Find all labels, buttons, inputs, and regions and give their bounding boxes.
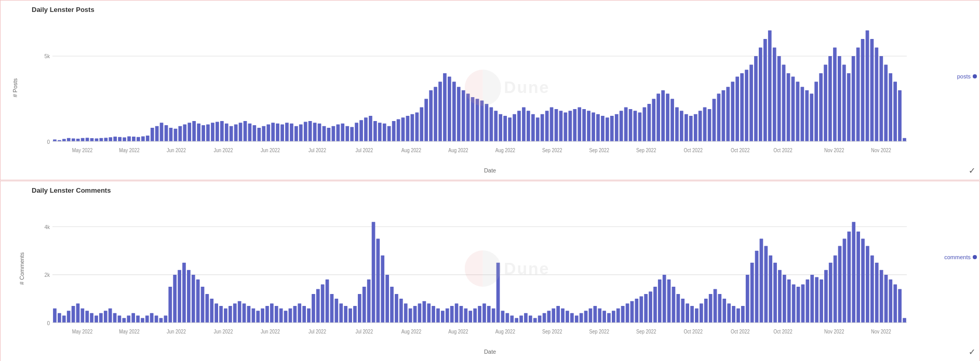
- svg-rect-149: [726, 87, 730, 141]
- svg-text:Aug 2022: Aug 2022: [495, 147, 515, 153]
- svg-rect-218: [76, 303, 80, 323]
- svg-rect-243: [192, 275, 195, 323]
- svg-rect-102: [508, 117, 512, 141]
- svg-rect-164: [796, 82, 800, 141]
- svg-rect-256: [252, 309, 256, 323]
- svg-rect-24: [146, 136, 150, 142]
- svg-rect-107: [531, 114, 535, 142]
- posts-chevron-icon[interactable]: ✓: [969, 166, 975, 176]
- svg-rect-180: [870, 39, 874, 141]
- svg-text:Oct 2022: Oct 2022: [773, 147, 792, 153]
- svg-rect-28: [165, 125, 168, 141]
- svg-rect-230: [131, 313, 135, 323]
- svg-rect-165: [801, 87, 804, 141]
- svg-rect-67: [345, 126, 349, 142]
- svg-rect-277: [348, 309, 352, 323]
- svg-rect-4: [53, 139, 57, 141]
- svg-rect-320: [547, 311, 551, 323]
- svg-rect-35: [197, 124, 200, 142]
- comments-chart-container: Daily Lenster Comments # Comments Date c…: [0, 181, 980, 361]
- svg-rect-380: [824, 270, 828, 323]
- svg-rect-259: [265, 306, 269, 323]
- svg-rect-62: [323, 126, 326, 142]
- svg-rect-298: [446, 309, 449, 323]
- svg-rect-215: [62, 315, 66, 323]
- svg-rect-388: [861, 239, 865, 323]
- svg-rect-150: [731, 82, 734, 141]
- svg-rect-139: [680, 111, 683, 141]
- svg-rect-10: [81, 138, 85, 142]
- svg-rect-375: [801, 284, 805, 323]
- svg-rect-317: [533, 318, 537, 323]
- svg-rect-132: [648, 104, 651, 141]
- svg-text:2k: 2k: [44, 272, 50, 278]
- svg-rect-385: [848, 232, 851, 323]
- svg-rect-120: [592, 112, 595, 141]
- svg-rect-221: [90, 313, 93, 323]
- svg-rect-214: [58, 313, 61, 323]
- svg-rect-78: [397, 119, 400, 142]
- svg-rect-29: [169, 128, 173, 141]
- svg-rect-125: [615, 114, 619, 142]
- svg-rect-310: [501, 311, 505, 323]
- svg-rect-334: [612, 311, 615, 323]
- svg-rect-173: [838, 56, 841, 141]
- svg-rect-131: [643, 108, 647, 142]
- svg-rect-77: [392, 121, 396, 141]
- svg-rect-36: [202, 125, 205, 141]
- svg-rect-281: [367, 279, 371, 323]
- comments-x-axis-label: Date: [484, 349, 496, 355]
- comments-legend-label: comments: [944, 254, 971, 260]
- svg-rect-390: [870, 256, 874, 323]
- svg-rect-363: [746, 275, 749, 323]
- svg-rect-60: [313, 123, 317, 141]
- svg-rect-87: [438, 82, 442, 141]
- svg-rect-156: [759, 48, 762, 142]
- comments-y-axis-label: # Comments: [19, 252, 25, 285]
- svg-rect-283: [377, 239, 380, 323]
- svg-rect-264: [289, 309, 292, 323]
- svg-rect-66: [341, 124, 344, 142]
- svg-rect-353: [700, 303, 703, 323]
- svg-rect-366: [760, 239, 763, 323]
- svg-rect-39: [216, 122, 219, 142]
- svg-rect-148: [722, 90, 726, 142]
- svg-text:Jul 2022: Jul 2022: [355, 328, 373, 335]
- svg-rect-318: [538, 315, 542, 323]
- svg-rect-27: [160, 123, 164, 141]
- svg-rect-38: [211, 123, 214, 141]
- svg-rect-248: [214, 303, 218, 323]
- svg-rect-290: [409, 309, 412, 323]
- svg-rect-362: [741, 306, 745, 323]
- svg-rect-143: [699, 111, 702, 141]
- svg-rect-300: [455, 303, 459, 323]
- svg-rect-282: [372, 222, 375, 323]
- svg-rect-83: [420, 108, 423, 142]
- svg-rect-372: [787, 279, 791, 323]
- svg-rect-295: [432, 306, 435, 323]
- svg-rect-391: [875, 263, 879, 323]
- svg-rect-160: [777, 56, 781, 141]
- svg-rect-332: [602, 311, 606, 323]
- svg-rect-249: [219, 306, 223, 323]
- svg-rect-171: [828, 56, 832, 141]
- svg-rect-90: [452, 82, 456, 141]
- svg-rect-88: [443, 73, 447, 141]
- svg-rect-181: [875, 48, 879, 142]
- svg-rect-384: [843, 239, 847, 323]
- svg-rect-351: [690, 306, 694, 323]
- svg-rect-99: [494, 111, 498, 141]
- posts-legend-dot: [973, 74, 977, 78]
- svg-rect-34: [192, 121, 196, 141]
- svg-text:Sep 2022: Sep 2022: [636, 147, 656, 153]
- svg-rect-145: [708, 109, 711, 141]
- posts-legend: posts: [957, 73, 977, 79]
- svg-rect-397: [903, 318, 906, 323]
- comments-chevron-icon[interactable]: ✓: [969, 347, 975, 357]
- svg-text:5k: 5k: [44, 53, 50, 60]
- svg-rect-118: [582, 109, 586, 141]
- posts-watermark: Dune: [464, 70, 549, 106]
- svg-text:Nov 2022: Nov 2022: [824, 328, 844, 335]
- svg-rect-386: [852, 222, 855, 323]
- svg-rect-369: [773, 263, 777, 323]
